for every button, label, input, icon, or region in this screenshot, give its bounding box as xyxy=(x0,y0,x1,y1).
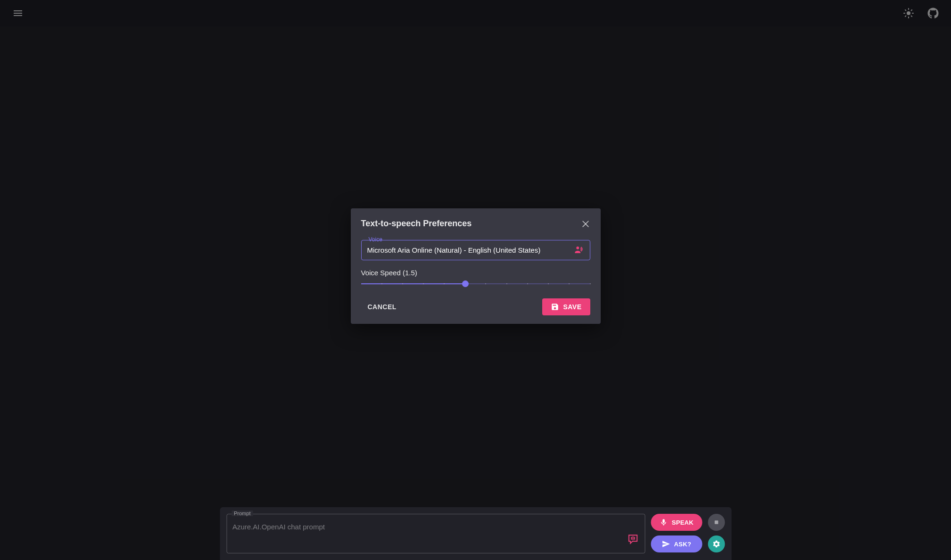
settings-button[interactable] xyxy=(708,535,725,552)
slider-fill xyxy=(361,283,465,284)
cancel-button[interactable]: CANCEL xyxy=(361,299,403,314)
voice-select-field[interactable]: Voice Microsoft Aria Online (Natural) - … xyxy=(361,240,590,260)
slider-tick xyxy=(590,283,591,284)
voice-speed-label: Voice Speed (1.5) xyxy=(361,269,590,277)
prompt-panel: Prompt Azure.AI.OpenAI chat prompt SPEAK… xyxy=(220,507,731,560)
prompt-field-label: Prompt xyxy=(232,511,253,516)
slider-tick xyxy=(506,283,507,284)
svg-point-11 xyxy=(576,247,579,249)
ask-button[interactable]: ASK? xyxy=(651,535,702,552)
microphone-icon xyxy=(660,518,668,527)
svg-rect-15 xyxy=(714,520,718,524)
prompt-input[interactable]: Prompt Azure.AI.OpenAI chat prompt xyxy=(226,514,645,553)
voice-speed-slider[interactable] xyxy=(361,277,590,291)
slider-tick xyxy=(381,283,382,284)
speak-button[interactable]: SPEAK xyxy=(651,514,702,531)
slider-tick xyxy=(527,283,528,284)
close-icon xyxy=(581,219,590,229)
slider-tick xyxy=(423,283,424,284)
save-icon xyxy=(551,303,559,311)
voice-chat-icon xyxy=(627,533,639,545)
prompt-placeholder: Azure.AI.OpenAI chat prompt xyxy=(232,523,325,531)
voice-selected-value: Microsoft Aria Online (Natural) - Englis… xyxy=(367,246,541,254)
slider-tick xyxy=(548,283,549,284)
slider-tick xyxy=(569,283,570,284)
stop-button xyxy=(708,514,725,531)
close-button[interactable] xyxy=(581,219,590,229)
save-button-label: SAVE xyxy=(563,303,581,311)
speak-button-label: SPEAK xyxy=(672,519,694,526)
ask-button-label: ASK? xyxy=(674,541,692,548)
tts-preferences-modal: Text-to-speech Preferences Voice Microso… xyxy=(351,208,601,324)
slider-thumb[interactable] xyxy=(462,280,469,287)
modal-title: Text-to-speech Preferences xyxy=(361,219,472,229)
speaking-person-icon xyxy=(574,244,584,255)
send-icon xyxy=(662,540,670,548)
slider-tick xyxy=(402,283,403,284)
save-button[interactable]: SAVE xyxy=(542,298,590,315)
voice-speak-icon[interactable] xyxy=(574,244,584,256)
stop-icon xyxy=(712,518,720,527)
slider-tick xyxy=(485,283,486,284)
prompt-voice-button[interactable] xyxy=(627,533,639,547)
gear-icon xyxy=(712,540,720,548)
slider-tick xyxy=(444,283,445,284)
